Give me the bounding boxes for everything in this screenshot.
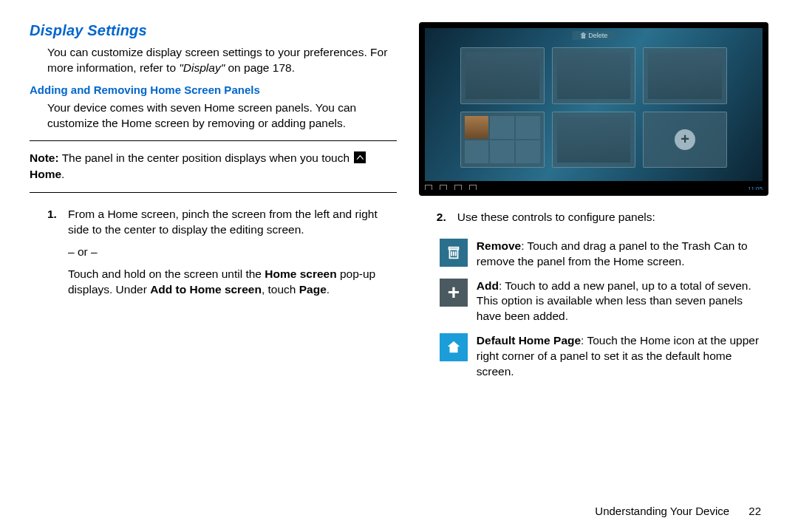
screenshot-time: 11:05 <box>748 185 763 192</box>
intro-tail: on page 178. <box>225 61 295 74</box>
subsection-heading: Adding and Removing Home Screen Panels <box>30 83 397 96</box>
plus-icon: + <box>675 129 695 150</box>
panel-thumb <box>552 112 636 168</box>
step-2: 2. Use these controls to configure panel… <box>437 209 768 231</box>
control-home: Default Home Page: Touch the Home icon a… <box>440 333 768 380</box>
step-number: 1. <box>47 206 68 304</box>
panel-thumb-active <box>460 112 545 168</box>
screenshot-delete-label: 🗑 Delete <box>573 31 615 40</box>
step-number: 2. <box>437 209 457 231</box>
step-2-text: Use these controls to configure panels: <box>457 209 655 225</box>
note-home-label: Home <box>30 168 61 180</box>
control-remove: Remove: Touch and drag a panel to the Tr… <box>440 239 768 270</box>
note-lead: Note: <box>30 151 59 164</box>
panel-thumb <box>552 47 636 104</box>
divider <box>30 192 397 193</box>
add-icon: + <box>440 279 468 307</box>
intro-paragraph: You can customize display screen setting… <box>47 45 397 76</box>
step-1: 1. From a Home screen, pinch the screen … <box>47 206 397 304</box>
home-page-icon <box>440 333 468 361</box>
intro-reference: "Display" <box>179 61 225 74</box>
divider <box>30 140 397 141</box>
note-paragraph: Note: The panel in the center position d… <box>30 150 397 183</box>
panel-thumb <box>643 47 727 104</box>
footer-section: Understanding Your Device <box>595 505 729 517</box>
panel-add: + <box>643 112 727 168</box>
step-1-text-a: From a Home screen, pinch the screen fro… <box>68 206 397 238</box>
step-1-text-b: Touch and hold on the screen until the H… <box>68 266 397 298</box>
home-icon <box>354 151 366 163</box>
tablet-screenshot: 🗑 Delete + 11:05 <box>419 22 768 196</box>
footer-page-number: 22 <box>748 505 761 517</box>
subsection-intro: Your device comes with seven Home screen… <box>47 100 397 132</box>
section-heading: Display Settings <box>30 22 397 39</box>
page-footer: Understanding Your Device 22 <box>595 505 761 517</box>
step-1-or: – or – <box>68 244 397 260</box>
screenshot-navbar: 11:05 <box>419 181 768 196</box>
note-text: The panel in the center position display… <box>59 151 353 164</box>
control-add: + Add: Touch to add a new panel, up to a… <box>440 279 768 325</box>
trash-icon <box>440 239 468 267</box>
svg-rect-4 <box>449 247 458 249</box>
panel-thumb <box>460 47 545 104</box>
